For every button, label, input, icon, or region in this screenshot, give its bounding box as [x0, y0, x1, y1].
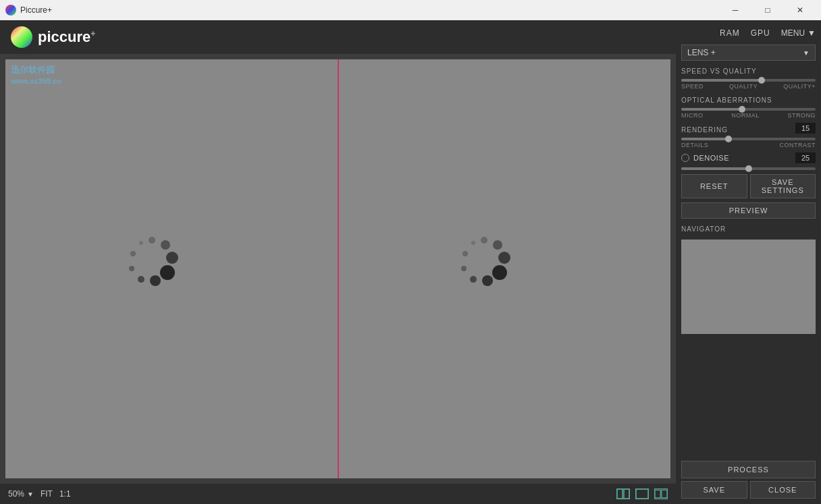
svg-point-17 [471, 241, 475, 245]
lens-dropdown[interactable]: LENS + ▼ [681, 45, 816, 61]
svg-point-3 [160, 265, 175, 280]
svg-point-14 [470, 276, 477, 283]
logo: piccure+ [11, 26, 95, 48]
app-header: piccure+ [0, 20, 676, 54]
svg-point-8 [139, 241, 143, 245]
bottom-panel: PROCESS SAVE CLOSE [681, 461, 816, 499]
save-settings-button[interactable]: SAVE SETTINGS [750, 174, 816, 198]
save-close-row: SAVE CLOSE [681, 481, 816, 499]
rendering-value: 15 [795, 123, 816, 134]
denoise-row: DENOISE 25 [681, 152, 816, 163]
gpu-button[interactable]: GPU [751, 28, 770, 38]
single-view-icon[interactable] [635, 488, 649, 499]
svg-point-9 [481, 237, 487, 244]
navigator-label: NAVIGATOR [681, 225, 816, 233]
reset-save-row: RESET SAVE SETTINGS [681, 174, 816, 198]
app-icon [5, 5, 16, 16]
svg-point-6 [129, 266, 134, 271]
speed-quality-labels: SPEED QUALITY QUALITY+ [681, 83, 816, 90]
svg-point-11 [498, 252, 510, 264]
svg-point-10 [493, 240, 502, 250]
canvas-area: piccure+ 迅尔软件园 www.xc359.cn [0, 20, 676, 504]
denoise-radio[interactable] [681, 154, 689, 162]
maximize-button[interactable]: □ [752, 0, 783, 20]
process-button[interactable]: PROCESS [681, 461, 816, 478]
minimize-button[interactable]: ─ [720, 0, 751, 20]
svg-rect-21 [655, 490, 660, 497]
rendering-label: RENDERING [681, 126, 728, 134]
svg-rect-19 [624, 489, 629, 499]
denoise-label: DENOISE [693, 154, 791, 162]
bottom-bar: 50% ▼ FIT 1:1 [0, 484, 676, 504]
compare-view-icon[interactable] [654, 488, 668, 499]
split-view-icon[interactable] [616, 488, 630, 499]
svg-point-12 [492, 265, 507, 280]
rendering-thumb[interactable] [725, 136, 732, 142]
optical-labels: MICRO NORMAL STRONG [681, 112, 816, 119]
svg-point-5 [138, 276, 144, 283]
logo-text: piccure+ [38, 28, 95, 46]
svg-rect-18 [617, 489, 623, 499]
logo-icon [11, 26, 32, 48]
panel-top-row: RAM GPU MENU ▼ [681, 26, 816, 40]
rendering-track[interactable] [681, 138, 816, 140]
save-button[interactable]: SAVE [681, 481, 747, 499]
close-button[interactable]: CLOSE [750, 481, 816, 499]
ratio-button[interactable]: 1:1 [59, 489, 71, 499]
svg-point-7 [130, 251, 136, 256]
right-panel: RAM GPU MENU ▼ LENS + ▼ SPEED VS QUALITY… [676, 20, 821, 504]
speed-quality-thumb[interactable] [758, 77, 765, 84]
reset-button[interactable]: RESET [681, 174, 747, 198]
denoise-fill [681, 167, 749, 170]
svg-point-16 [462, 251, 468, 256]
ram-button[interactable]: RAM [720, 28, 740, 38]
svg-point-0 [149, 237, 155, 244]
optical-aberrations-label: OPTICAL ABERRATIONS [681, 96, 816, 104]
window-title: Piccure+ [20, 5, 52, 15]
spinner-right [457, 233, 511, 287]
svg-rect-22 [662, 490, 667, 497]
denoise-thumb[interactable] [745, 165, 752, 172]
svg-point-1 [161, 240, 170, 250]
svg-rect-20 [636, 489, 648, 499]
title-bar: Piccure+ ─ □ ✕ [0, 0, 821, 20]
zoom-level: 50% ▼ [8, 489, 34, 499]
speed-quality-slider: SPEED QUALITY QUALITY+ [681, 79, 816, 90]
menu-button[interactable]: MENU ▼ [781, 28, 816, 38]
fit-button[interactable]: FIT [41, 489, 53, 499]
denoise-track[interactable] [681, 167, 816, 170]
window-controls: ─ □ ✕ [720, 0, 816, 20]
zoom-arrow-icon: ▼ [27, 491, 34, 498]
preview-button[interactable]: PREVIEW [681, 202, 816, 219]
denoise-slider [681, 167, 816, 170]
navigator-preview [681, 240, 816, 334]
window-close-button[interactable]: ✕ [785, 0, 816, 20]
optical-fill [681, 108, 742, 111]
rendering-fill [681, 138, 729, 140]
svg-point-2 [166, 252, 178, 264]
rendering-labels: DETAILS CONTRAST [681, 142, 816, 148]
denoise-value: 25 [795, 152, 816, 163]
rendering-row: RENDERING 15 [681, 123, 816, 134]
optical-aberrations-slider: MICRO NORMAL STRONG [681, 108, 816, 119]
rendering-slider: DETAILS CONTRAST [681, 138, 816, 148]
image-canvas[interactable]: 迅尔软件园 www.xc359.cn [5, 59, 670, 478]
speed-quality-label: SPEED VS QUALITY [681, 67, 816, 75]
svg-point-4 [150, 275, 161, 286]
split-divider [338, 59, 339, 478]
speed-quality-fill [681, 79, 762, 82]
optical-track[interactable] [681, 108, 816, 111]
spinner-left [125, 233, 179, 287]
view-icons [616, 488, 668, 499]
optical-thumb[interactable] [739, 106, 745, 113]
svg-point-13 [482, 275, 493, 286]
svg-point-15 [461, 266, 467, 271]
speed-quality-track[interactable] [681, 79, 816, 82]
watermark: 迅尔软件园 www.xc359.cn [11, 65, 61, 86]
